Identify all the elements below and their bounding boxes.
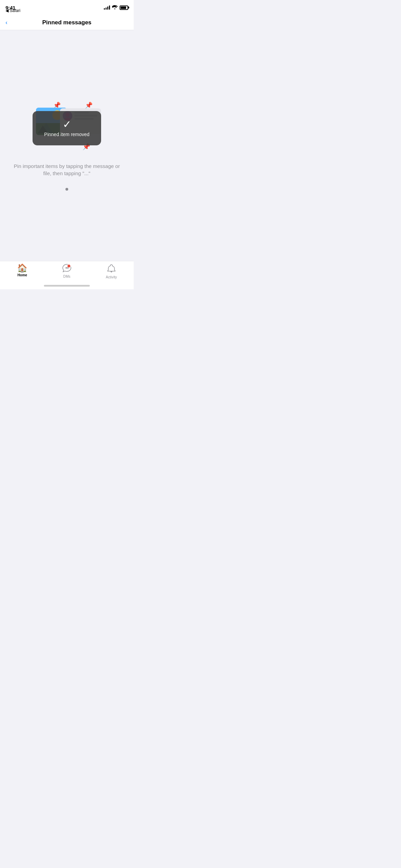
back-chevron-icon: ‹: [5, 19, 8, 26]
toast-notification: ✓ Pinned item removed: [33, 111, 101, 145]
main-content: 📌 📌 📌 ✓ Pinned item removed Pin importan…: [0, 30, 134, 261]
tab-home-label: Home: [17, 273, 27, 277]
home-indicator: [44, 285, 90, 287]
toast-dimmed-area: [0, 30, 134, 261]
home-icon: 🏠: [17, 264, 27, 272]
back-button[interactable]: ‹: [5, 19, 8, 26]
tab-dms[interactable]: DMs: [45, 264, 89, 278]
page-title: Pinned messages: [42, 19, 92, 26]
svg-point-7: [67, 264, 71, 268]
toast-message: Pinned item removed: [44, 132, 89, 137]
tab-activity-label: Activity: [106, 275, 117, 279]
nav-bar: ‹ Pinned messages: [0, 15, 134, 30]
battery-icon: [120, 5, 128, 10]
tab-home[interactable]: 🏠 Home: [0, 264, 45, 277]
signal-bars-icon: [104, 5, 110, 10]
status-icons: [104, 5, 128, 10]
checkmark-icon: ✓: [63, 119, 71, 130]
tab-activity[interactable]: Activity: [89, 264, 134, 279]
dms-icon: [62, 264, 71, 274]
activity-icon: [107, 264, 116, 274]
tab-dms-label: DMs: [63, 275, 71, 278]
wifi-icon: [112, 5, 118, 10]
safari-back-label[interactable]: ◀ Safari: [5, 8, 20, 13]
